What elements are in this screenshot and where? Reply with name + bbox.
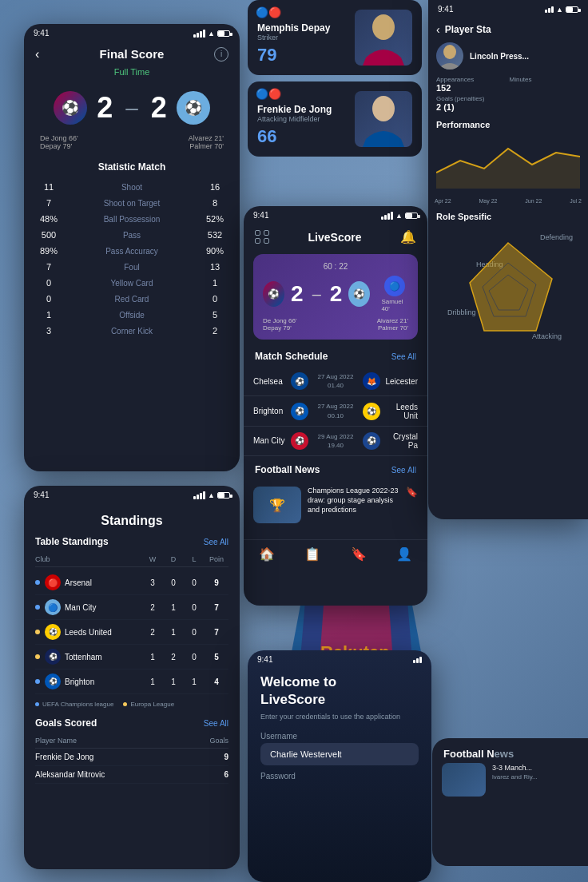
info-button[interactable]: i [214, 47, 228, 62]
wifi-icon-4: ▲ [208, 491, 215, 499]
fn-title: Football News [432, 738, 588, 763]
grid-icon[interactable] [255, 230, 269, 244]
nav-list-icon[interactable]: 📋 [304, 546, 320, 562]
team-name-tottenham: Tottenham [65, 653, 142, 662]
legend-ucl-label: UEFA Champions league [42, 701, 113, 708]
brighton-logo: ⚽ [291, 403, 308, 420]
stat-row: 11Shoot16 [24, 179, 240, 195]
goals-row-mitrovic[interactable]: Aleksandar Mitrovic 6 [35, 766, 228, 784]
welcome-subtitle: Enter your credentials to use the applic… [248, 712, 431, 729]
svg-point-2 [372, 14, 395, 40]
bookmark-icon[interactable]: 🔖 [406, 487, 418, 523]
news-section: 🏆 Champions League 2022-23 draw: group s… [244, 480, 427, 536]
standing-dot-tottenham [35, 654, 40, 659]
match-team-leicester: Leicester [383, 377, 418, 386]
team-name-brighton: Brighton [65, 677, 142, 686]
mancity-l: 0 [184, 603, 205, 612]
nav-profile-icon[interactable]: 👤 [396, 546, 412, 562]
nav-home-icon[interactable]: 🏠 [259, 546, 275, 562]
stat-row: 89%Pass Accuracy90% [24, 243, 240, 259]
status-icons-1: ▲ [193, 30, 230, 38]
fn-item[interactable]: 3-3 Manch... lvarez and Riy... [432, 763, 588, 797]
team1-score: 2 [97, 91, 113, 125]
status-bar-5: 9:41 ▲ [428, 0, 588, 17]
live-match-wrapper: 60 : 22 ⚽ 2 – 2 ⚽ 🔵 Samuel 40' De Jong 6… [244, 254, 427, 340]
username-input[interactable] [260, 743, 419, 765]
mancity-logo-sm: ⚽ [291, 432, 308, 450]
arsenal-l: 0 [184, 578, 205, 587]
stat-row: 7Foul13 [24, 259, 240, 275]
match-team-crystal: Crystal Pa [383, 432, 418, 450]
team-name-arsenal: Arsenal [65, 578, 142, 587]
team2-logo: ⚽ [177, 91, 210, 125]
player-dejong-photo [355, 91, 412, 147]
live-score-row: ⚽ 2 – 2 ⚽ 🔵 Samuel 40' [263, 276, 408, 312]
bottom-nav: 🏠 📋 🔖 👤 [244, 539, 427, 566]
player-card-depay[interactable]: 🔵🔴 Memphis Depay Striker 79 [248, 0, 422, 75]
standing-row-tottenham[interactable]: ⚽ Tottenham 1 2 0 5 [35, 645, 228, 669]
standing-row-leeds[interactable]: ⚽ Leeds United 2 1 0 7 [35, 620, 228, 645]
standing-row-brighton[interactable]: ⚽ Brighton 1 1 1 4 [35, 669, 228, 694]
status-bar-4: 9:41 ▲ [24, 486, 240, 503]
standing-row-arsenal[interactable]: 🔴 Arsenal 3 0 0 9 [35, 570, 228, 595]
leeds-l: 0 [184, 628, 205, 637]
ps-avatar [436, 42, 463, 70]
brighton-logo-table: ⚽ [45, 673, 61, 689]
nav-bookmark-icon[interactable]: 🔖 [351, 546, 367, 562]
ps-role-label: Role Spesific [428, 205, 588, 224]
standings-card: 9:41 ▲ Standings Table Standings See All… [24, 486, 240, 869]
role-chart: Defending Heading Dribbling Attacking [436, 224, 580, 352]
welcome-card: 9:41 Welcome toLiveScore Enter your cred… [248, 650, 431, 882]
ps-player-info: Lincoln Press... [470, 52, 529, 61]
month-apr: Apr 22 [435, 198, 451, 204]
livescore-title: LiveScore [308, 231, 362, 244]
mancity-w: 2 [142, 603, 163, 612]
goals-col-player: Player Name [35, 737, 77, 745]
match-team-leeds: Leeds Unit [383, 403, 418, 420]
goals-player-dejong: Frenkie De Jong [35, 753, 93, 761]
match-row-mancity[interactable]: Man City ⚽ 29 Aug 202219.40 ⚽ Crystal Pa [244, 427, 427, 456]
svg-text:Dribbling: Dribbling [447, 308, 476, 316]
player-depay-name: Memphis Depay [257, 22, 330, 34]
ps-back-button[interactable]: ‹ [436, 23, 440, 36]
schedule-see-all[interactable]: See All [391, 352, 416, 361]
tottenham-logo: ⚽ [45, 649, 61, 665]
legend-el-label: Europa League [130, 701, 174, 708]
fn-thumb [442, 763, 486, 797]
goals-row-dejong[interactable]: Frenkie De Jong 9 [35, 749, 228, 766]
team-name-leeds: Leeds United [65, 628, 142, 637]
ps-player-row: Lincoln Press... [428, 42, 588, 76]
standings-see-all[interactable]: See All [204, 538, 228, 546]
match-team-chelsea: Chelsea [253, 377, 288, 386]
col-d: D [163, 555, 184, 563]
goals-header: Goals Scored See All [35, 717, 228, 729]
arsenal-logo: 🔴 [45, 574, 61, 590]
standing-dot-leeds [35, 630, 40, 634]
live-scorers: De Jong 66' Depay 79' Alvarez 21' Palmer… [263, 317, 408, 332]
ps-title: Player Sta [445, 24, 580, 35]
brighton-p: 4 [205, 677, 228, 686]
table-col-headers: Club W D L Poin [35, 552, 228, 567]
standing-row-mancity[interactable]: 🔵 Man City 2 1 0 7 [35, 595, 228, 620]
page-title: Final Score [100, 47, 165, 61]
match-datetime-2: 27 Aug 202200.10 [312, 402, 360, 419]
live-match-card[interactable]: 60 : 22 ⚽ 2 – 2 ⚽ 🔵 Samuel 40' De Jong 6… [253, 254, 418, 340]
news-item-1[interactable]: 🏆 Champions League 2022-23 draw: group s… [253, 487, 418, 523]
goals-see-all[interactable]: See All [204, 719, 228, 728]
football-news-card: Football News 3-3 Manch... lvarez and Ri… [432, 738, 588, 866]
leeds-d: 1 [163, 628, 184, 637]
player-depay-position: Striker [257, 34, 330, 42]
welcome-title: Welcome toLiveScore [248, 667, 431, 712]
notification-icon[interactable]: 🔔 [400, 229, 416, 244]
news-see-all[interactable]: See All [391, 466, 416, 475]
match-row-brighton[interactable]: Brighton ⚽ 27 Aug 202200.10 ⚽ Leeds Unit [244, 396, 427, 426]
standings-title: Standings [24, 503, 240, 536]
svg-text:Defending: Defending [540, 233, 573, 241]
chelsea-logo: ⚽ [291, 372, 308, 390]
back-button[interactable]: ‹ [35, 47, 39, 62]
match-row-chelsea[interactable]: Chelsea ⚽ 27 Aug 202201.40 🦊 Leicester [244, 367, 427, 396]
player-stats-card: 9:41 ▲ ‹ Player Sta Lincoln Press... App… [428, 0, 588, 519]
standing-dot-arsenal [35, 580, 40, 585]
match-status: Full Time [24, 67, 240, 77]
player-card-dejong[interactable]: 🔵🔴 Frenkie De Jong Attacking Midfielder … [248, 81, 422, 157]
